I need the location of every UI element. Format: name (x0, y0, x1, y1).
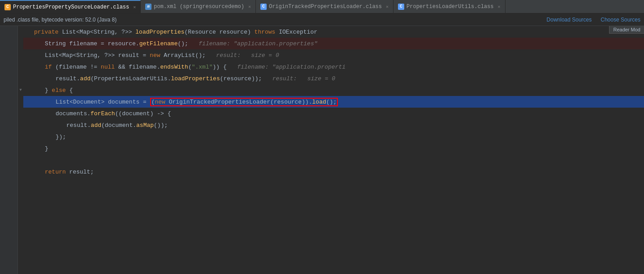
tab-icon-1: C (4, 4, 11, 10)
and-filename: && filename. (115, 64, 160, 70)
type-ioexception: IOExceptior (275, 29, 317, 35)
tab-close-4[interactable]: ✕ (497, 4, 500, 9)
code-lines: private List<Map<String, ?>> loadPropert… (23, 26, 644, 274)
line-num-8 (0, 108, 17, 119)
code-line-8: documents.forEach((document) -> { (23, 108, 644, 119)
method-foreach: forEach (91, 110, 115, 117)
code-line-13: return result; (23, 166, 644, 178)
punct-8: (); (195, 52, 206, 59)
type-resource: Resource (188, 29, 216, 35)
tab-bar: C PropertiesPropertySourceLoader.class ✕… (0, 0, 644, 13)
fold-marker-6[interactable]: ▼ (18, 84, 23, 96)
punct-14: < (69, 99, 73, 105)
keyword-new: new (150, 52, 160, 59)
punct-15: (); (326, 99, 337, 105)
type-list-2: List (45, 52, 59, 59)
tab-close-1[interactable]: ✕ (133, 4, 136, 10)
str-xml: ".xml" (192, 64, 213, 70)
code-line-11: } (23, 143, 644, 154)
fold-marker-13 (18, 166, 23, 178)
fold-marker-1 (18, 26, 23, 38)
line-num-12 (0, 154, 17, 166)
line-num-3 (0, 49, 17, 61)
fold-marker-12 (18, 154, 23, 166)
punct-17: (document. (101, 122, 136, 129)
choose-sources-link[interactable]: Choose Sources (601, 17, 640, 23)
documents-assign: > documents = (101, 99, 150, 105)
tab-origin-tracked[interactable]: C OriginTrackedPropertiesLoader.class ✕ (256, 0, 393, 13)
tab-label-3: OriginTrackedPropertiesLoader.class (269, 4, 382, 10)
fold-marker-5 (18, 73, 23, 84)
fold-marker-7 (18, 96, 23, 108)
punct-11: ( (91, 75, 94, 82)
tab-close-2[interactable]: ✕ (248, 4, 251, 9)
method-load-props: loadProperties (171, 75, 220, 82)
hint-result: result: size = 0 (206, 52, 279, 59)
tab-close-3[interactable]: ✕ (386, 4, 389, 9)
punct-4: ( (185, 29, 188, 35)
punct-12: . (168, 75, 171, 82)
hint-result-2: result: size = 0 (262, 75, 335, 82)
punct-13: (resource)); (220, 75, 262, 82)
type-string-2: String (45, 40, 66, 47)
close-lambda: }); (56, 134, 66, 140)
code-line-9: result.add(document.asMap()); (23, 119, 644, 131)
code-line-7: List<Document> documents = (new OriginTr… (23, 96, 644, 108)
line-num-2 (0, 38, 17, 49)
type-list: List (62, 29, 76, 35)
line-num-5 (0, 73, 17, 84)
line-number-gutter (0, 26, 18, 274)
filename-assign: filename = resource. (66, 40, 139, 47)
type-arraylist: ArrayList (160, 52, 195, 59)
punct-6: < (59, 52, 62, 59)
return-result: result; (66, 169, 94, 175)
tab-icon-3: C (260, 4, 267, 10)
fold-marker-11 (18, 143, 23, 154)
tab-label-1: PropertiesPropertySourceLoader.class (13, 4, 129, 10)
tab-icon-2: m (145, 4, 151, 10)
tab-properties-loader-utils[interactable]: C PropertiesLoaderUtils.class ✕ (393, 0, 505, 13)
hint-filename-2: filename: "application.properti (227, 64, 346, 70)
fold-marker-9 (18, 119, 23, 131)
type-string-3: String (76, 52, 97, 59)
punct-7: < (73, 52, 76, 59)
fold-column: ▼ (18, 26, 23, 274)
code-line-1: private List<Map<String, ?>> loadPropert… (23, 26, 644, 38)
keyword-if: if (45, 64, 52, 70)
line-num-11 (0, 143, 17, 154)
if-cond: (filename != (52, 64, 101, 70)
method-add-2: add (91, 122, 101, 129)
line-num-1 (0, 26, 17, 38)
line-num-9 (0, 119, 17, 131)
red-box-content: (new OriginTrackedPropertiesLoader(resou… (150, 98, 338, 106)
fold-marker-3 (18, 49, 23, 61)
method-add: add (80, 75, 91, 82)
type-list-3: List (56, 99, 69, 105)
code-area: Reader Mod ▼ (0, 26, 644, 274)
info-bar: piled .class file, bytecode version: 52.… (0, 13, 644, 26)
punct-1: < (76, 29, 80, 35)
download-sources-link[interactable]: Download Sources (547, 17, 592, 23)
fold-marker-4 (18, 61, 23, 73)
hint-filename: filename: "application.properties" (188, 40, 318, 47)
code-line-6: } else { (23, 84, 644, 96)
code-line-12 (23, 154, 644, 166)
tab-pom-xml[interactable]: m pom.xml (springresourcedemo) ✕ (141, 0, 256, 13)
type-map-2: Map (62, 52, 73, 59)
line-num-10 (0, 131, 17, 143)
punct-18: ()); (154, 122, 168, 129)
punct-3: , ?>> (114, 29, 135, 35)
reader-mode-badge[interactable]: Reader Mod (609, 26, 644, 34)
close-brace: } (45, 87, 52, 94)
bytecode-info: piled .class file, bytecode version: 52.… (4, 17, 117, 23)
result-ref: result. (56, 75, 80, 82)
tab-label-2: pom.xml (springresourcedemo) (154, 4, 244, 10)
code-line-5: result.add(PropertiesLoaderUtils.loadPro… (23, 73, 644, 84)
fold-marker-2 (18, 38, 23, 49)
tab-properties-source-loader[interactable]: C PropertiesPropertySourceLoader.class ✕ (0, 0, 141, 13)
keyword-private: private (34, 29, 62, 35)
punct-10: )) { (213, 64, 227, 70)
result-assign: , ?>> result = (97, 52, 150, 59)
type-map: Map (79, 29, 90, 35)
method-load-properties: loadProperties (135, 29, 184, 35)
